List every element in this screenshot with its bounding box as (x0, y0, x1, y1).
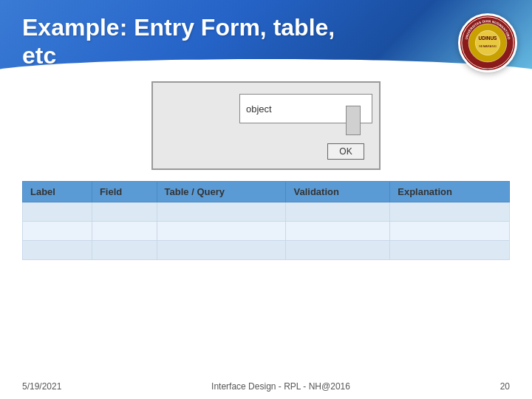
main-content: object OK Label Field Table / Query Vali… (0, 74, 532, 399)
svg-text:UDINUS: UDINUS (479, 35, 497, 41)
table-cell (92, 241, 157, 260)
table-cell (92, 202, 157, 222)
dialog-input-area: object (239, 94, 372, 123)
dialog-input-text: object (246, 103, 272, 115)
table-cell (157, 241, 286, 260)
col-field: Field (92, 182, 157, 202)
table-row (23, 241, 510, 260)
ok-label: OK (339, 146, 352, 157)
col-label: Label (23, 182, 92, 202)
title-line1: Example: Entry Form, table, (22, 14, 335, 41)
table-header-row: Label Field Table / Query Validation Exp… (23, 182, 510, 202)
page-title: Example: Entry Form, table, etc (22, 13, 335, 70)
col-validation: Validation (286, 182, 390, 202)
table-cell (23, 241, 92, 260)
table-cell (286, 222, 390, 241)
title-line2: etc (22, 42, 56, 69)
header: Example: Entry Form, table, etc UDINUS S… (0, 0, 532, 80)
svg-point-2 (475, 30, 499, 55)
col-table-query: Table / Query (157, 182, 286, 202)
table-cell (286, 241, 390, 260)
svg-text:SEMARANG: SEMARANG (479, 44, 497, 48)
col-explanation: Explanation (390, 182, 510, 202)
table-cell (157, 202, 286, 222)
university-logo: UDINUS SEMARANG UNIVERSITAS DIAN NUSWANT… (458, 13, 517, 72)
table-cell (286, 202, 390, 222)
dialog-scroll (346, 106, 361, 135)
dialog-mockup: object OK (151, 81, 381, 170)
table-cell (23, 222, 92, 241)
table-cell (390, 202, 510, 222)
properties-table: Label Field Table / Query Validation Exp… (22, 181, 510, 260)
table-cell (157, 222, 286, 241)
table-cell (92, 222, 157, 241)
dialog-ok-button[interactable]: OK (327, 143, 364, 160)
table-cell (23, 202, 92, 222)
table-cell (390, 222, 510, 241)
table-row (23, 222, 510, 241)
table-row (23, 202, 510, 222)
table-cell (390, 241, 510, 260)
